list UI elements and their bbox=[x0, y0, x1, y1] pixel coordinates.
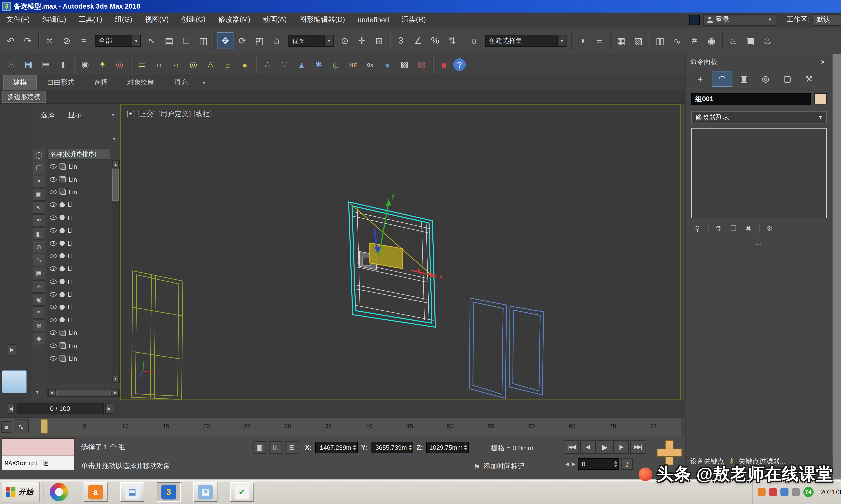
menu-item[interactable]: 图形编辑器(D) bbox=[293, 13, 351, 27]
play-animation-button[interactable]: ▶ bbox=[597, 440, 612, 454]
scroll-left-icon[interactable]: ◀ bbox=[48, 389, 55, 396]
explorer-row[interactable]: LI bbox=[48, 263, 111, 275]
ribbon-minimize-icon[interactable]: ▾ bbox=[203, 80, 205, 90]
vault-red-icon[interactable]: ■ bbox=[436, 57, 452, 73]
render-production-button[interactable]: ♨ bbox=[759, 32, 776, 49]
ribbon-tab[interactable]: 建模 bbox=[3, 75, 36, 90]
taskbar-app-explorer[interactable]: ▤ bbox=[120, 482, 144, 502]
menu-item[interactable]: 动画(A) bbox=[257, 13, 293, 27]
modifier-list-dropdown[interactable]: 修改器列表 ▼ bbox=[691, 111, 827, 123]
curve-editor-button[interactable]: ∿ bbox=[669, 32, 686, 49]
frame-forward-icon[interactable]: ▶ bbox=[105, 403, 113, 414]
explorer-row[interactable]: LI bbox=[48, 198, 111, 211]
selection-lock-icon[interactable]: ⚿ bbox=[270, 441, 282, 454]
tray-icon-orange[interactable] bbox=[757, 488, 766, 496]
visibility-eye-icon[interactable] bbox=[50, 305, 57, 309]
ellipse-tool-icon[interactable]: ○ bbox=[151, 57, 167, 73]
explorer-row[interactable]: Lin bbox=[48, 186, 111, 198]
circle-tool-icon[interactable]: ○ bbox=[168, 57, 184, 73]
show-end-result-button[interactable]: ⚗ bbox=[712, 223, 725, 234]
scroll-down-icon[interactable]: ▼ bbox=[112, 375, 119, 382]
preview-image-icon[interactable]: ▦ bbox=[20, 57, 36, 73]
spinner-snap-button[interactable]: ⇅ bbox=[444, 32, 461, 49]
explorer-tab-display[interactable]: 显示 bbox=[63, 109, 88, 121]
window-crossing-button[interactable]: ◫ bbox=[195, 32, 212, 49]
menu-item[interactable]: 视图(V) bbox=[139, 13, 175, 27]
donut-tool-icon[interactable]: ◎ bbox=[185, 57, 201, 73]
explorer-row[interactable]: LI bbox=[48, 314, 111, 326]
snaps-toggle-button[interactable]: 3 bbox=[393, 32, 409, 49]
filter-list-icon[interactable]: ≡ bbox=[33, 306, 45, 319]
chevron-down-icon[interactable]: ▼ bbox=[324, 35, 333, 46]
visibility-eye-icon[interactable] bbox=[50, 241, 57, 246]
undo-button[interactable]: ↶ bbox=[2, 32, 19, 49]
explorer-row[interactable]: LI bbox=[48, 275, 111, 288]
named-selection-sets-dropdown[interactable]: 创建选择集▼ bbox=[485, 35, 566, 47]
listener-pane[interactable]: MAXScript 迷 bbox=[2, 456, 74, 470]
visibility-eye-icon[interactable] bbox=[50, 356, 57, 361]
taskbar-app-green[interactable]: ✔ bbox=[230, 482, 254, 502]
rectangle-tool-icon[interactable]: ▭ bbox=[134, 57, 150, 73]
object-color-swatch[interactable] bbox=[814, 93, 827, 105]
explorer-column-header[interactable]: 名称(按升序排序) bbox=[48, 148, 111, 160]
object-name-field[interactable]: 组001 bbox=[691, 93, 811, 105]
material-editor-button[interactable]: ◉ bbox=[703, 32, 720, 49]
angle-snap-button[interactable]: ∠ bbox=[410, 32, 426, 49]
explorer-row[interactable]: LI bbox=[48, 224, 111, 237]
percent-snap-button[interactable]: % bbox=[427, 32, 444, 49]
scrollbar-thumb[interactable] bbox=[112, 169, 119, 201]
spinner-icon[interactable] bbox=[353, 445, 356, 450]
hair-fur-icon[interactable]: HF bbox=[345, 57, 361, 73]
time-slider[interactable] bbox=[41, 419, 48, 434]
filter-spacewarps-icon[interactable]: ⊕ bbox=[33, 240, 45, 253]
visibility-eye-icon[interactable] bbox=[50, 318, 57, 322]
quick-launch-browser-ball[interactable] bbox=[47, 482, 71, 502]
visibility-eye-icon[interactable] bbox=[50, 267, 57, 271]
toggle-scene-explorer-button[interactable]: ▦ bbox=[613, 32, 630, 49]
selection-region-button[interactable]: □ bbox=[178, 32, 194, 49]
spray-particles-icon[interactable]: ∵ bbox=[276, 57, 292, 73]
maxscript-mini-listener[interactable]: MAXScript 迷 bbox=[2, 438, 75, 470]
pyramid-blue-icon[interactable]: ▲ bbox=[293, 57, 309, 73]
pin-stack-button[interactable]: ⚲ bbox=[691, 223, 704, 234]
help-icon[interactable]: ? bbox=[453, 58, 466, 71]
spinner-icon[interactable] bbox=[409, 445, 412, 450]
grid-sheet-icon[interactable]: ▤ bbox=[38, 57, 54, 73]
select-and-place-button[interactable]: ⌂ bbox=[268, 32, 285, 49]
time-ruler[interactable]: ≡ ∿ 51015202530354045505560657075 bbox=[0, 417, 681, 435]
tray-icon-red[interactable] bbox=[769, 488, 777, 496]
menu-item[interactable]: 修改器(M) bbox=[212, 13, 257, 27]
visibility-eye-icon[interactable] bbox=[50, 343, 57, 348]
x-coordinate-field[interactable]: 1467.239m bbox=[315, 442, 358, 453]
modifier-stack[interactable] bbox=[691, 128, 827, 218]
foliage-icon[interactable]: ψ bbox=[328, 57, 344, 73]
uvw-checker-icon[interactable]: ▩ bbox=[396, 57, 412, 73]
explorer-row[interactable]: LI bbox=[48, 211, 111, 224]
snow-particles-icon[interactable]: ∴ bbox=[259, 57, 275, 73]
visibility-eye-icon[interactable] bbox=[50, 164, 57, 169]
viewport[interactable]: [+] [正交] [用户定义] [线框] bbox=[120, 104, 681, 400]
filter-particles-icon[interactable]: ✳ bbox=[33, 280, 45, 293]
visibility-eye-icon[interactable] bbox=[50, 279, 57, 284]
visibility-eye-icon[interactable] bbox=[50, 190, 57, 194]
configure-modifier-sets-button[interactable]: ⚙ bbox=[763, 223, 776, 234]
macro-recorder-pane[interactable] bbox=[2, 439, 74, 456]
polygon-modeling-button[interactable]: 多边形建模 bbox=[2, 91, 46, 103]
explorer-row[interactable]: LI bbox=[48, 288, 111, 301]
align-button[interactable]: ≡ bbox=[591, 32, 608, 49]
visibility-eye-icon[interactable] bbox=[50, 330, 57, 335]
filter-layers-icon[interactable]: ❐ bbox=[33, 162, 45, 174]
visibility-eye-icon[interactable] bbox=[50, 202, 57, 207]
explorer-menu-arrow-icon[interactable]: ▾ bbox=[112, 112, 117, 118]
toggle-ribbon-button[interactable]: ▥ bbox=[652, 32, 668, 49]
filter-visibility-icon[interactable]: ◉ bbox=[33, 293, 45, 306]
select-and-link-button[interactable]: ∞ bbox=[41, 32, 58, 49]
menu-item[interactable]: 组(G) bbox=[108, 13, 139, 27]
taskbar-app-3dsmax[interactable]: 3 bbox=[157, 482, 181, 502]
edit-named-selection-sets-button[interactable]: {} bbox=[466, 32, 482, 49]
select-and-move-button[interactable]: ✥ bbox=[217, 32, 234, 49]
visibility-eye-icon[interactable] bbox=[50, 228, 57, 233]
tray-badge-74[interactable]: 74 bbox=[803, 487, 813, 497]
reference-coordinate-dropdown[interactable]: 视图▼ bbox=[288, 35, 333, 47]
key-filters-button[interactable]: 关键点过滤器... bbox=[739, 457, 786, 466]
